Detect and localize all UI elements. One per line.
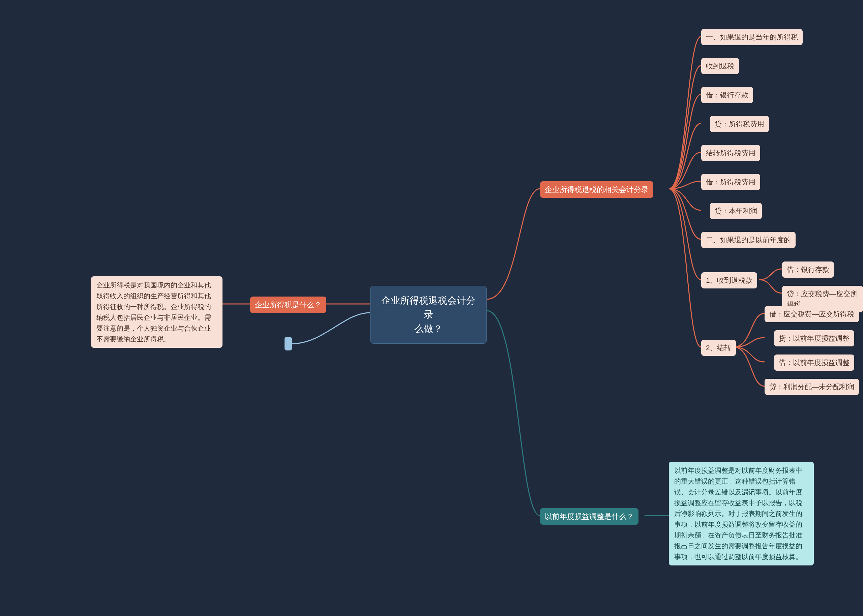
branch2-node[interactable]: 以前年度损益调整是什么？ xyxy=(540,508,638,525)
branch1-item-1[interactable]: 收到退税 xyxy=(701,58,739,74)
branch1-label: 企业所得税退税的相关会计分录 xyxy=(545,185,649,194)
branch1-node[interactable]: 企业所得税退税的相关会计分录 xyxy=(540,181,653,198)
branch1-item-6[interactable]: 贷：本年利润 xyxy=(710,203,762,219)
left-question-node[interactable]: 企业所得税是什么？ xyxy=(250,297,326,313)
branch1-sub2-child-2[interactable]: 借：以前年度损益调整 xyxy=(774,355,854,371)
branch1-item-5[interactable]: 借：所得税费用 xyxy=(701,174,760,190)
branch2-desc-text: 以前年度损益调整是对以前年度财务报表中的重大错误的更正。这种错误包括计算错误、会… xyxy=(674,467,802,560)
left-question-desc-text: 企业所得税是对我国境内的企业和其他取得收入的组织的生产经营所得和其他所得征收的一… xyxy=(96,281,211,343)
left-question-label: 企业所得税是什么？ xyxy=(255,300,322,309)
root-node[interactable]: 企业所得税退税会计分录 么做？ xyxy=(370,286,487,344)
branch1-sub2-child-1[interactable]: 贷：以前年度损益调整 xyxy=(774,330,854,346)
branch1-item-3[interactable]: 贷：所得税费用 xyxy=(710,116,769,132)
branch2-label: 以前年度损益调整是什么？ xyxy=(545,512,634,521)
branch1-item-7[interactable]: 二、如果退的是以前年度的 xyxy=(701,232,795,248)
branch1-sub2-child-3[interactable]: 贷：利润分配—未分配利润 xyxy=(765,379,859,395)
branch1-sub2[interactable]: 2、结转 xyxy=(701,340,736,356)
branch1-sub1[interactable]: 1、收到退税款 xyxy=(701,272,757,288)
branch1-item-2[interactable]: 借：银行存款 xyxy=(701,87,753,103)
branch1-item-0[interactable]: 一、如果退的是当年的所得税 xyxy=(701,29,803,45)
branch1-sub2-child-0[interactable]: 借：应交税费—应交所得税 xyxy=(765,306,859,322)
root-title: 企业所得税退税会计分录 么做？ xyxy=(381,295,476,334)
branch1-sub1-child-0[interactable]: 借：银行存款 xyxy=(782,261,834,278)
left-question-desc: 企业所得税是对我国境内的企业和其他取得收入的组织的生产经营所得和其他所得征收的一… xyxy=(91,276,223,348)
branch1-item-4[interactable]: 结转所得税费用 xyxy=(701,145,760,161)
branch2-desc: 以前年度损益调整是对以前年度财务报表中的重大错误的更正。这种错误包括计算错误、会… xyxy=(669,462,814,566)
empty-stub-node[interactable] xyxy=(285,337,292,350)
